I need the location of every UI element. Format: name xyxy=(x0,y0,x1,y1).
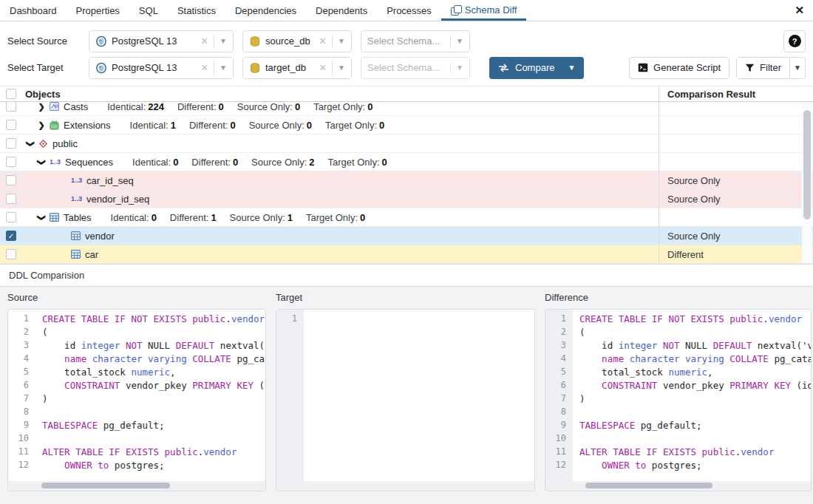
grid-scrollbar-thumb[interactable] xyxy=(803,110,811,219)
code-token: . xyxy=(225,313,231,324)
grid-header: Objects Comparison Result xyxy=(0,86,813,102)
target-schema-caret-icon[interactable]: ▼ xyxy=(456,64,463,72)
collapse-chevron-icon[interactable]: ❯ xyxy=(37,212,47,222)
generate-script-button[interactable]: Generate Script xyxy=(629,57,729,79)
filter-button[interactable]: Filter xyxy=(736,57,790,79)
tab-dashboard[interactable]: Dashboard xyxy=(0,0,67,21)
code-token: ALTER TABLE IF EXISTS xyxy=(579,446,702,457)
comparison-result-cell: Source Only xyxy=(659,190,800,208)
line-number: 7 xyxy=(545,393,573,406)
target-server-clear-icon[interactable]: ✕ xyxy=(200,62,208,73)
row-checkbox[interactable] xyxy=(6,120,16,130)
source-server-select[interactable]: PostgreSQL 13 ✕ ▼ xyxy=(89,30,234,52)
grid-row-casts[interactable]: ❯CastsIdentical:224Different:0Source Onl… xyxy=(0,102,813,116)
row-checkbox[interactable] xyxy=(6,194,16,204)
code-line xyxy=(42,406,265,420)
grid-row-car[interactable]: carDifferent xyxy=(0,245,813,264)
code-token: PRIMARY KEY xyxy=(729,380,791,391)
source-database-clear-icon[interactable]: ✕ xyxy=(319,35,327,47)
grid-row-car-id-seq[interactable]: 1..3car_id_seqSource Only xyxy=(0,171,813,190)
tab-schema-diff[interactable]: Schema Diff xyxy=(441,0,527,21)
compare-button-label: Compare xyxy=(515,62,554,73)
grid-row-vendor-id-seq[interactable]: 1..3vendor_id_seqSource Only xyxy=(0,190,813,208)
source-server-value: PostgreSQL 13 xyxy=(112,35,177,47)
sequence-icon: 1..3 xyxy=(71,177,82,184)
collapse-chevron-icon[interactable]: ❯ xyxy=(26,138,35,149)
collapse-chevron-icon[interactable]: ❯ xyxy=(37,157,47,167)
target-ddl-panel[interactable]: 1 xyxy=(276,309,535,491)
tab-statistics[interactable]: Statistics xyxy=(168,0,225,21)
help-button[interactable]: ? xyxy=(783,30,806,52)
divider xyxy=(332,61,333,75)
row-checkbox[interactable] xyxy=(6,102,16,112)
tab-sql[interactable]: SQL xyxy=(129,0,168,21)
source-schema-placeholder: Select Schema... xyxy=(367,35,440,47)
target-server-caret-icon[interactable]: ▼ xyxy=(220,64,227,72)
target-database-caret-icon[interactable]: ▼ xyxy=(338,64,345,72)
horizontal-scrollbar-thumb[interactable] xyxy=(585,483,712,488)
grid-row-sequences[interactable]: ❯1..3SequencesIdentical:0Different:0Sour… xyxy=(0,153,813,171)
select-all-checkbox[interactable] xyxy=(6,89,16,99)
source-database-caret-icon[interactable]: ▼ xyxy=(338,37,345,45)
tab-dependencies[interactable]: Dependencies xyxy=(225,0,306,21)
target-database-select[interactable]: target_db ✕ ▼ xyxy=(242,57,352,79)
expand-chevron-icon[interactable]: ❯ xyxy=(36,102,47,112)
horizontal-scrollbar-thumb[interactable] xyxy=(41,483,170,488)
comparison-result-column-header[interactable]: Comparison Result xyxy=(659,86,800,101)
code-token: ( xyxy=(42,327,48,338)
target-database-clear-icon[interactable]: ✕ xyxy=(319,62,327,73)
objects-column-header[interactable]: Objects xyxy=(22,89,659,100)
code-token: pg_catalog."default", xyxy=(231,353,265,364)
code-editor: 1 xyxy=(276,310,534,481)
row-checkbox[interactable] xyxy=(6,138,16,149)
line-number: 4 xyxy=(8,353,35,367)
tab-dependents[interactable]: Dependents xyxy=(306,0,377,21)
ddl-comparison-section: DDL Comparision Source Target Difference… xyxy=(0,265,813,504)
grid-row-public[interactable]: ❯public xyxy=(0,134,813,153)
grid-row-extensions[interactable]: ❯ExtensionsIdentical:1Different:0Source … xyxy=(0,116,813,134)
horizontal-scrollbar[interactable] xyxy=(545,481,811,491)
row-checkbox[interactable] xyxy=(6,175,16,185)
stat-source-only: Source Only:1 xyxy=(230,212,293,223)
line-number: 8 xyxy=(8,406,35,420)
grid-row-vendor[interactable]: ✓vendorSource Only xyxy=(0,227,813,245)
code-line: id integer NOT NULL DEFAULT nextval('ven… xyxy=(579,340,811,353)
help-icon: ? xyxy=(789,35,801,47)
code-token xyxy=(579,353,602,364)
source-schema-select[interactable]: Select Schema... ▼ xyxy=(361,30,470,52)
expand-chevron-icon[interactable]: ❯ xyxy=(36,120,47,130)
ddl-comparison-title: DDL Comparision xyxy=(0,265,813,287)
grid-vertical-scrollbar[interactable] xyxy=(802,103,812,263)
line-number: 2 xyxy=(8,327,35,340)
code-token: vendor xyxy=(769,313,802,324)
horizontal-scrollbar[interactable] xyxy=(8,481,265,491)
row-checkbox[interactable] xyxy=(6,157,16,167)
row-checkbox[interactable] xyxy=(6,212,16,222)
close-panel-button[interactable]: ✕ xyxy=(786,0,813,21)
source-server-clear-icon[interactable]: ✕ xyxy=(200,35,208,47)
code-token: CONSTRAINT xyxy=(64,380,120,391)
code-token: ) xyxy=(579,393,585,404)
stat-target-only: Target Only:0 xyxy=(328,157,387,168)
source-database-select[interactable]: source_db ✕ ▼ xyxy=(242,30,352,52)
filter-caret-button[interactable]: ▼ xyxy=(790,57,806,79)
source-schema-caret-icon[interactable]: ▼ xyxy=(456,37,463,45)
divider xyxy=(450,35,451,48)
code-token: NULL xyxy=(142,340,175,351)
source-ddl-panel[interactable]: 123456789101112CREATE TABLE IF NOT EXIST… xyxy=(7,309,266,491)
row-checkbox[interactable] xyxy=(6,249,16,259)
compare-caret-icon[interactable]: ▼ xyxy=(562,64,581,72)
tab-properties[interactable]: Properties xyxy=(67,0,129,21)
stat-source-only: Source Only:0 xyxy=(237,102,300,112)
target-schema-select[interactable]: Select Schema... ▼ xyxy=(361,57,470,79)
comparison-stats: Identical:0Different:0Source Only:2Targe… xyxy=(132,157,387,168)
target-server-select[interactable]: PostgreSQL 13 ✕ ▼ xyxy=(89,57,234,79)
source-server-caret-icon[interactable]: ▼ xyxy=(220,37,227,45)
grid-row-tables[interactable]: ❯TablesIdentical:0Different:1Source Only… xyxy=(0,208,813,227)
difference-ddl-panel[interactable]: 123456789101112CREATE TABLE IF NOT EXIST… xyxy=(545,309,812,491)
line-number-gutter: 123456789101112 xyxy=(545,310,573,481)
line-number: 5 xyxy=(8,367,35,380)
tab-processes[interactable]: Processes xyxy=(377,0,441,21)
compare-button[interactable]: Compare ▼ xyxy=(489,57,584,79)
row-checkbox[interactable]: ✓ xyxy=(6,231,16,241)
